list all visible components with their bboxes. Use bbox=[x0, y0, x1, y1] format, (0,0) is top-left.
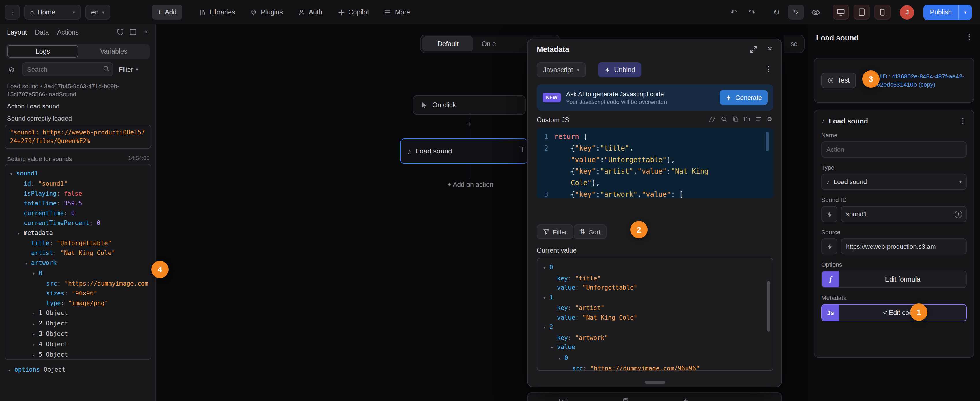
tab-partial-trigger[interactable]: On e bbox=[474, 40, 504, 47]
panel-toggle-button[interactable] bbox=[129, 28, 137, 36]
card-kebab-button[interactable]: ⋮ bbox=[959, 116, 967, 125]
resize-handle[interactable] bbox=[645, 381, 665, 384]
tree-row[interactable]: ▾metadata bbox=[8, 228, 148, 238]
filter-button[interactable]: Filter bbox=[537, 224, 573, 239]
tree-row[interactable]: ▾0 bbox=[8, 268, 148, 278]
caret-closed-icon[interactable]: ▸ bbox=[32, 350, 39, 360]
tree-row[interactable]: ▸options Object bbox=[6, 364, 65, 375]
log-json-tree[interactable]: ▾sound1id: "sound1"isPlaying: falsetotal… bbox=[5, 164, 151, 360]
toggle-variables[interactable]: Variables bbox=[78, 45, 149, 58]
add-step-plus-button[interactable]: + bbox=[464, 119, 474, 129]
language-select[interactable]: Javascript▾ bbox=[537, 62, 586, 77]
caret-open-icon[interactable]: ▾ bbox=[558, 354, 565, 363]
tree-row[interactable]: ▸1 Object bbox=[8, 308, 148, 318]
collapse-panel-button[interactable]: « bbox=[144, 27, 148, 36]
preview-button[interactable] bbox=[809, 5, 823, 19]
mobile-view-button[interactable] bbox=[875, 5, 891, 20]
toggle-logs[interactable]: Logs bbox=[7, 45, 78, 58]
caret-open-icon[interactable]: ▾ bbox=[18, 229, 24, 238]
caret-closed-icon[interactable]: ▸ bbox=[32, 309, 39, 318]
main-menu-button[interactable]: ⋮ bbox=[5, 5, 20, 20]
add-button[interactable]: + Add bbox=[152, 5, 182, 20]
desktop-view-button[interactable] bbox=[833, 5, 849, 20]
search-input[interactable] bbox=[22, 62, 113, 76]
avatar[interactable]: J bbox=[900, 5, 915, 19]
generate-button[interactable]: Generate bbox=[720, 90, 768, 105]
caret-closed-icon[interactable]: ▸ bbox=[32, 329, 39, 339]
caret-open-icon[interactable]: ▾ bbox=[543, 293, 549, 303]
redo-button[interactable]: ↷ bbox=[745, 5, 759, 19]
tree-row[interactable]: ▾2 bbox=[541, 322, 769, 333]
tab-fragment[interactable]: se bbox=[784, 35, 805, 53]
tree-row[interactable]: ▾0 bbox=[541, 353, 769, 363]
edit-formula-button[interactable]: f Edit formula bbox=[821, 271, 967, 288]
caret-open-icon[interactable]: ▾ bbox=[543, 264, 549, 273]
caret-closed-icon[interactable]: ▸ bbox=[32, 340, 39, 350]
bind-sound-id-button[interactable] bbox=[821, 206, 837, 222]
tree-row[interactable]: ▸3 Object bbox=[8, 329, 148, 339]
tab-data[interactable]: Data bbox=[35, 29, 49, 36]
caret-closed-icon[interactable]: ▸ bbox=[8, 365, 14, 375]
tree-row[interactable]: ▸4 Object bbox=[8, 339, 148, 350]
edit-mode-button[interactable]: ✎ bbox=[788, 5, 804, 20]
undo-button[interactable]: ↶ bbox=[727, 5, 741, 19]
edit-code-button[interactable]: Js < Edit code > bbox=[821, 304, 967, 321]
bind-source-button[interactable] bbox=[821, 238, 837, 255]
gear-icon[interactable]: ⚙ bbox=[767, 116, 772, 123]
folder-icon[interactable] bbox=[744, 116, 750, 123]
node-on-click[interactable]: On click bbox=[413, 95, 526, 115]
name-field[interactable] bbox=[821, 142, 967, 158]
list-icon[interactable] bbox=[756, 116, 762, 123]
tree-row[interactable]: ▾artwork bbox=[8, 258, 148, 268]
language-dropdown[interactable]: en ▾ bbox=[86, 5, 110, 20]
publish-button[interactable]: Publish bbox=[924, 4, 958, 20]
test-button[interactable]: Test bbox=[821, 72, 856, 88]
log-entry-value[interactable]: "sound1: https://weweb-producti08e15724e… bbox=[5, 125, 151, 149]
info-icon[interactable]: i bbox=[955, 211, 962, 218]
search-icon[interactable] bbox=[721, 116, 727, 123]
current-value-tree[interactable]: ▾0key: "title"value: "Unforgettable"▾1ke… bbox=[537, 258, 773, 371]
uid-text[interactable]: UID : df36802e-8484-487f-ae42-62edc53141… bbox=[877, 72, 967, 88]
editor-scrollbar[interactable] bbox=[766, 132, 769, 151]
nav-libraries[interactable]: Libraries bbox=[196, 5, 237, 20]
sound-id-field[interactable] bbox=[841, 206, 967, 222]
clear-logs-button[interactable]: ⊘ bbox=[5, 62, 19, 76]
comment-icon[interactable]: // bbox=[709, 116, 716, 123]
caret-closed-icon[interactable]: ▸ bbox=[32, 319, 39, 329]
close-popup-button[interactable]: × bbox=[768, 44, 772, 53]
nav-copilot[interactable]: Copilot bbox=[335, 5, 371, 20]
filter-dropdown[interactable]: Filter▾ bbox=[119, 62, 138, 76]
tree-row[interactable]: ▾1 bbox=[541, 292, 769, 303]
tab-default-trigger[interactable]: Default bbox=[423, 37, 474, 51]
tree-row[interactable]: ▾0 bbox=[541, 263, 769, 273]
caret-open-icon[interactable]: ▾ bbox=[25, 258, 31, 268]
nav-plugins[interactable]: Plugins bbox=[248, 5, 285, 20]
home-dropdown[interactable]: ⌂ Home ▾ bbox=[24, 5, 81, 20]
tree-row[interactable]: ▾sound1 bbox=[8, 169, 148, 179]
tree-row[interactable]: ▸5 Object bbox=[8, 350, 148, 360]
caret-open-icon[interactable]: ▾ bbox=[32, 269, 39, 278]
node-load-sound[interactable]: ♪ Load sound bbox=[400, 138, 528, 164]
options-tree-row[interactable]: ▸options Object bbox=[6, 364, 65, 375]
nav-auth[interactable]: Auth bbox=[296, 5, 325, 20]
nav-more[interactable]: More bbox=[382, 5, 412, 20]
tree-row[interactable]: ▾value bbox=[541, 342, 769, 353]
publish-chevron-button[interactable]: ▾ bbox=[958, 4, 972, 20]
bolt-icon[interactable] bbox=[682, 398, 689, 401]
tab-layout[interactable]: Layout bbox=[7, 29, 27, 36]
debug-shield-button[interactable] bbox=[116, 28, 124, 36]
code-editor[interactable]: 1return [2 {"key":"title", "value":"Unfo… bbox=[537, 128, 773, 199]
panel-kebab-button[interactable]: ⋮ bbox=[965, 32, 973, 41]
expand-popup-button[interactable] bbox=[750, 46, 757, 53]
source-field[interactable] bbox=[841, 238, 967, 255]
variables-icon[interactable]: {x} bbox=[557, 398, 569, 401]
caret-open-icon[interactable]: ▾ bbox=[10, 169, 16, 179]
value-scrollbar[interactable] bbox=[767, 281, 770, 332]
tree-row[interactable]: ▸2 Object bbox=[8, 318, 148, 329]
type-select[interactable]: ♪ Load sound ▾ bbox=[821, 173, 967, 190]
sort-button[interactable]: ⇅ Sort bbox=[574, 224, 607, 239]
add-action-button[interactable]: + Add an action bbox=[427, 181, 514, 188]
clipboard-icon[interactable] bbox=[622, 398, 629, 401]
copy-icon[interactable] bbox=[732, 116, 739, 123]
refresh-button[interactable]: ↻ bbox=[770, 5, 783, 19]
